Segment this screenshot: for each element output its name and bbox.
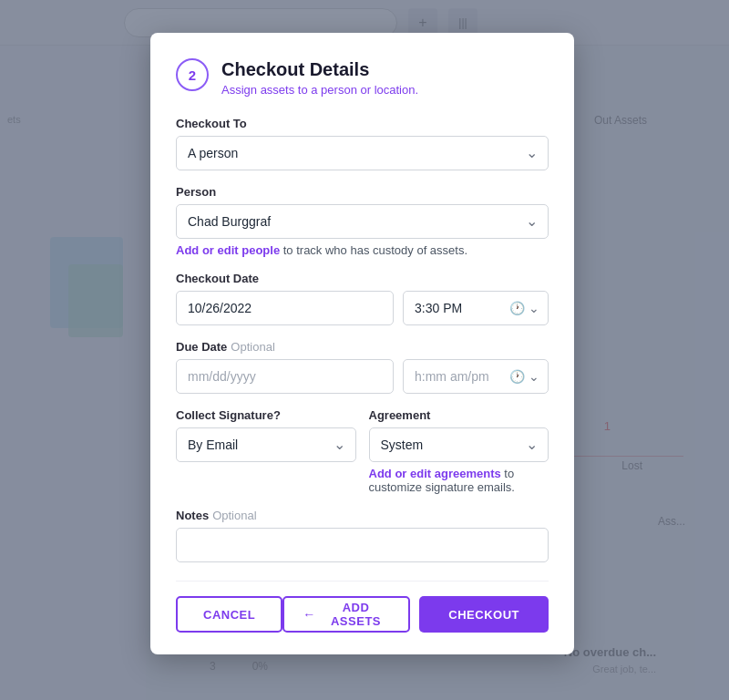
due-date-group: Due DateOptional 🕐 ⌄ xyxy=(176,340,549,394)
due-date-time-row: 🕐 ⌄ xyxy=(176,359,549,394)
checkout-time-wrapper: 🕐 ⌄ xyxy=(403,291,549,325)
notes-optional: Optional xyxy=(212,509,256,522)
checkout-to-select[interactable]: A person A location xyxy=(176,136,549,170)
notes-label: NotesOptional xyxy=(176,509,549,522)
people-helper-text: Add or edit people to track who has cust… xyxy=(176,243,549,257)
checkout-details-modal: 2 Checkout Details Assign assets to a pe… xyxy=(150,33,574,654)
due-clock-icon: 🕐 ⌄ xyxy=(509,369,539,384)
agreement-label: Agreement xyxy=(369,408,549,422)
modal-header: 2 Checkout Details Assign assets to a pe… xyxy=(176,58,549,97)
modal-title-group: Checkout Details Assign assets to a pers… xyxy=(221,58,418,97)
modal-subtitle: Assign assets to a person or location. xyxy=(221,83,418,97)
due-date-optional: Optional xyxy=(231,340,274,354)
collect-signature-label: Collect Signature? xyxy=(176,408,356,422)
people-helper-suffix: to track who has custody of assets. xyxy=(280,243,467,257)
checkout-date-group: Checkout Date 🕐 ⌄ xyxy=(176,272,549,325)
due-time-wrapper: 🕐 ⌄ xyxy=(403,359,549,394)
person-group: Person Chad Burggraf Add or edit people … xyxy=(176,185,549,257)
agreement-select[interactable]: System xyxy=(369,427,549,462)
clock-icon: 🕐 ⌄ xyxy=(509,301,539,315)
agreement-helper-text: Add or edit agreements to customize sign… xyxy=(369,467,549,494)
checkout-to-label: Checkout To xyxy=(176,117,549,130)
person-select[interactable]: Chad Burggraf xyxy=(176,204,549,239)
cancel-button[interactable]: CANCEL xyxy=(176,596,282,633)
checkout-to-select-wrapper: A person A location xyxy=(176,136,549,170)
due-date-label: Due DateOptional xyxy=(176,340,549,354)
due-date-input[interactable] xyxy=(176,359,394,394)
add-assets-button[interactable]: ← ADD ASSETS xyxy=(282,596,410,633)
collect-signature-select-wrapper: By Email In Person None xyxy=(176,427,356,462)
modal-title: Checkout Details xyxy=(221,58,418,80)
checkout-date-label: Checkout Date xyxy=(176,272,549,285)
person-label: Person xyxy=(176,185,549,199)
agreement-select-wrapper: System xyxy=(369,427,549,462)
add-assets-label: ADD ASSETS xyxy=(322,601,391,628)
add-edit-people-link[interactable]: Add or edit people xyxy=(176,243,280,257)
add-edit-agreements-link[interactable]: Add or edit agreements xyxy=(369,467,501,480)
collect-signature-group: Collect Signature? By Email In Person No… xyxy=(176,408,356,494)
notes-input[interactable] xyxy=(176,528,549,562)
checkout-button[interactable]: CHECKOUT xyxy=(419,596,549,633)
collect-signature-select[interactable]: By Email In Person None xyxy=(176,427,356,462)
signature-agreement-row: Collect Signature? By Email In Person No… xyxy=(176,408,549,509)
modal-footer: CANCEL ← ADD ASSETS CHECKOUT xyxy=(176,581,549,633)
checkout-to-group: Checkout To A person A location xyxy=(176,117,549,170)
checkout-date-time-row: 🕐 ⌄ xyxy=(176,291,549,325)
checkout-date-wrapper xyxy=(176,291,394,325)
arrow-left-icon: ← xyxy=(303,607,316,622)
person-select-wrapper: Chad Burggraf xyxy=(176,204,549,239)
agreement-group: Agreement System Add or edit agreements … xyxy=(369,408,549,494)
notes-group: NotesOptional xyxy=(176,509,549,562)
due-date-wrapper xyxy=(176,359,394,394)
footer-right-actions: ← ADD ASSETS CHECKOUT xyxy=(282,596,549,633)
step-badge: 2 xyxy=(176,58,209,91)
checkout-date-input[interactable] xyxy=(176,291,394,325)
